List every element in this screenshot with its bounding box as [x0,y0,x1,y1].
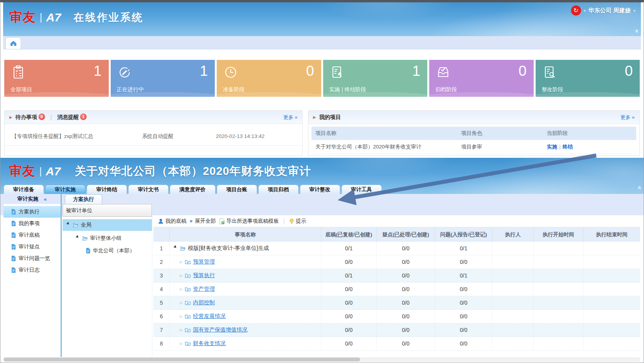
subtab-plan-execution[interactable]: 方案执行 [65,194,102,204]
item-name-link[interactable]: 预算执行 [193,272,215,279]
table-row[interactable]: 6 ▷ 经营发展情况 0/0 0/0 0/0 [153,310,640,323]
sidebar-item-audit-issues[interactable]: 审计问题一览 [3,253,61,264]
message-row[interactable]: 【专项填报任务提醒】zxp测试汇总 系统自动提醒 2020-02-13 14:1… [5,127,302,146]
tab-audit-implementation[interactable]: 审计实施 [45,185,85,194]
table-row[interactable]: 2 ▷ 预算管理 0/0 0/0 0/0 [153,255,640,269]
issue-count: 0/1 [435,269,493,282]
expand-all-button[interactable]: » 展开全部 [190,218,216,225]
card-label: 整改阶段 [542,86,564,93]
projects-more-link[interactable]: 更多 » [620,114,635,121]
item-name-link[interactable]: 经营发展情况 [193,313,226,320]
home-icon [10,40,17,47]
collapsed-caret-icon[interactable]: ▷ [180,314,183,318]
user-org-name[interactable]: 华东公司 周建婕 [588,7,631,14]
plan-execution-workarea: 我的底稿 » 展开全部 导出所选事项底稿模板 提示 事项名称 底稿(已复核/已创… [153,215,640,357]
sidebar-item-my-matters[interactable]: 我的事项 [3,218,61,229]
collapsed-caret-icon[interactable]: ▷ [180,342,183,346]
card-all-projects[interactable]: 1 全部项目 [4,60,109,97]
item-name-link[interactable]: 内部控制 [193,299,215,306]
sidebar-item-audit-doubts[interactable]: 审计疑点 [3,241,61,253]
sidebar-collapse-icon[interactable]: « [44,196,47,202]
item-name-link[interactable]: 财务收支情况 [193,340,226,347]
sidebar-item-label: 我的事项 [19,220,40,227]
card-value: 1 [412,63,420,79]
start-time [534,255,583,269]
lightbulb-icon [289,218,294,224]
card-value: 0 [306,63,314,79]
item-name-link[interactable]: 预算管理 [193,258,215,265]
table-row[interactable]: 5 ▷ 内部控制 0/0 0/0 0/0 [153,296,640,310]
issue-count: 0/0 [435,255,493,269]
item-name-link[interactable]: 国有资产保值增值情况 [193,326,247,333]
card-rectification[interactable]: 0 整改阶段 [536,60,640,97]
horizontal-scrollbar[interactable] [3,357,641,362]
tab-audit-preparation[interactable]: 审计准备 [3,185,44,194]
tab-todo-items[interactable]: 待办事项0 [16,113,45,121]
executor [493,310,534,323]
export-template-button[interactable]: 导出所选事项底稿模板 [219,218,279,225]
tab-audit-rectification[interactable]: 审计整改 [300,185,340,194]
message-time: 2020-02-13 14:13:42 [216,133,295,139]
sidebar-title-label: 审计实施 [17,195,38,202]
edit-progress-icon [117,65,132,80]
tree-node-huabei-company[interactable]: 华北公司（本部） [63,245,152,257]
tab-satisfaction-survey[interactable]: 满意度评价 [170,185,216,194]
card-implementation[interactable]: 1 实施 | 终结阶段 [323,60,428,97]
item-name-link[interactable]: 资产管理 [193,286,215,293]
card-label: 全部项目 [10,86,32,93]
collapse-header-icon[interactable]: « [633,29,641,33]
table-row[interactable]: 3 ▷ 预算执行 0/1 0/0 0/1 [153,269,640,283]
table-row[interactable]: 4 ▷ 资产管理 0/0 0/0 0/0 [153,283,640,296]
user-area: ↻ ▾ 华东公司 周建婕 ▾ [571,5,635,16]
tab-audit-tools[interactable]: 审计工具 [341,185,382,194]
my-drafts-button[interactable]: 我的底稿 [158,218,186,225]
document-icon [86,248,91,253]
tree-node-global[interactable]: 全局 [63,219,152,231]
collapsed-caret-icon[interactable]: ▷ [180,287,183,291]
card-preparation[interactable]: 0 准备阶段 [217,60,321,97]
chevron-down-icon[interactable]: ▾ [584,9,586,13]
collapsed-caret-icon[interactable]: ▷ [180,328,183,332]
tab-project-archive[interactable]: 项目归档 [258,185,299,194]
table-row[interactable]: 7 ▷ 国有资产保值增值情况 0/0 0/0 0/0 [153,323,640,337]
col-doubt-status: 疑点(已处理/已创建) [377,227,435,242]
panel-bullet-icon: ▶ [9,115,12,119]
tree-node-label: 全局 [81,222,91,229]
tip-button[interactable]: 提示 [289,218,306,225]
tab-audit-documents[interactable]: 审计文书 [128,185,169,194]
col-project-role: 项目角色 [461,130,547,137]
collapse-tabs-icon[interactable]: « [635,186,643,189]
tab-divider: | [50,114,52,120]
stage-link-implement[interactable]: 实施 [547,144,557,150]
tab-message-reminder[interactable]: 消息提醒1 [57,113,87,121]
end-time [583,323,640,337]
start-time [534,323,583,337]
sidebar-item-audit-log[interactable]: 审计日志 [3,264,61,276]
sidebar-item-audit-drafts[interactable]: 审计底稿 [3,229,61,241]
expanded-caret-icon[interactable] [174,245,179,250]
card-value: 1 [200,63,208,79]
tab-project-ledger[interactable]: 项目台账 [217,185,257,194]
table-row[interactable]: 8 ▷ 财务收支情况 0/0 0/0 0/0 [153,337,640,351]
tab-home[interactable] [5,37,21,49]
tree-node-audit-group[interactable]: 审计整体小组 [63,232,152,244]
col-draft-status: 底稿(已复核/已创建) [321,227,377,242]
card-in-progress[interactable]: 1 正在进行中 [111,60,215,97]
expanded-caret-icon[interactable] [66,222,71,227]
refresh-icon[interactable]: ↻ [571,5,581,16]
collapsed-caret-icon[interactable]: ▷ [180,274,183,277]
scrollbar-thumb[interactable] [3,358,360,361]
chevron-down-icon[interactable]: ▾ [634,9,635,13]
todo-more-link[interactable]: 更多 » [283,114,298,121]
stage-link-conclude[interactable]: 终结 [562,144,573,150]
table-row[interactable]: 1 模版[财务收支审计-事业单位]生成 0/1 0/0 0/1 [153,242,640,255]
tab-audit-conclusion[interactable]: 审计终结 [87,185,127,194]
archive-check-icon [435,65,451,80]
sidebar-item-plan-execution[interactable]: 方案执行 [3,206,61,218]
folder-plus-icon [185,328,191,332]
collapsed-caret-icon[interactable]: ▷ [180,301,183,305]
card-archive[interactable]: 0 归档阶段 [429,60,534,97]
collapsed-caret-icon[interactable]: ▷ [180,260,183,264]
my-drafts-label: 我的底稿 [165,218,186,225]
expanded-caret-icon[interactable] [76,235,81,240]
